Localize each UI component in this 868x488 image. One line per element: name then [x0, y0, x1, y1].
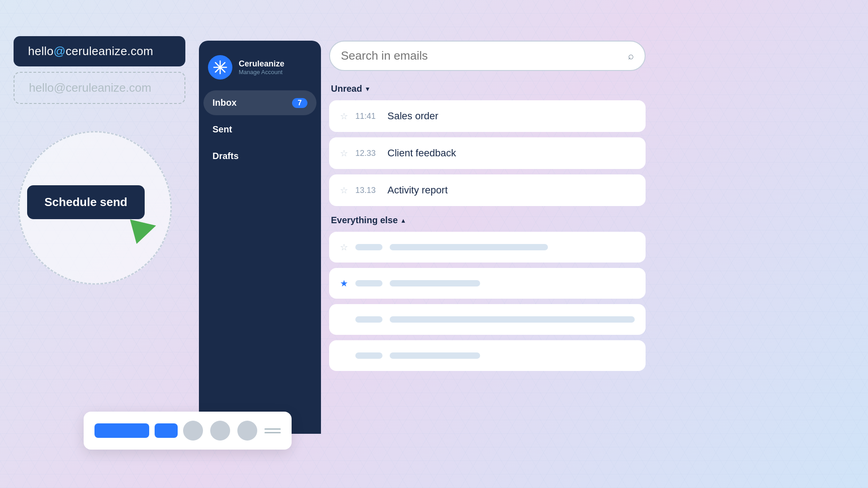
email-pill-active[interactable]: hello@ceruleanize.com: [14, 36, 185, 66]
skeleton-row-4[interactable]: ☆: [329, 340, 646, 371]
skeleton-star-4[interactable]: ☆: [340, 350, 348, 361]
email-time-1: 11:41: [355, 112, 380, 121]
schedule-send-label: Schedule send: [44, 195, 127, 209]
skeleton-bar-time-4: [355, 352, 382, 359]
search-input[interactable]: [341, 49, 623, 63]
circle-area: Schedule send: [14, 131, 185, 303]
compose-circle-1: [183, 421, 203, 441]
unread-label: Unread: [331, 84, 362, 94]
sidebar-item-drafts[interactable]: Drafts: [203, 144, 316, 169]
everything-else-section: Everything else ▴ ☆ ★ ☆: [329, 215, 646, 371]
at-symbol: @: [53, 44, 66, 58]
sidebar-header: Ceruleanize Manage Account: [199, 41, 321, 90]
compose-circle-3: [237, 421, 257, 441]
email-client-sidebar: Ceruleanize Manage Account Inbox 7 Sent …: [199, 41, 321, 434]
skeleton-star-1[interactable]: ☆: [340, 242, 348, 253]
email-list-panel: ⌕ Unread ▾ ☆ 11:41 Sales order ☆ 12.33 C…: [329, 41, 646, 434]
unread-section-header[interactable]: Unread ▾: [329, 84, 646, 94]
skeleton-bar-subject-2: [390, 280, 480, 286]
skeleton-bar-time-3: [355, 316, 382, 323]
everything-else-header[interactable]: Everything else ▴: [329, 215, 646, 225]
compose-area: [84, 412, 292, 450]
everything-else-label: Everything else: [331, 215, 398, 225]
schedule-send-button[interactable]: Schedule send: [27, 185, 145, 219]
email-row-activity-report[interactable]: ☆ 13.13 Activity report: [329, 174, 646, 206]
skeleton-star-3[interactable]: ☆: [340, 314, 348, 325]
inbox-badge: 7: [292, 98, 307, 108]
ceruleanize-logo: [208, 55, 232, 80]
search-icon: ⌕: [628, 50, 634, 62]
skeleton-row-3[interactable]: ☆: [329, 304, 646, 335]
skeleton-bar-subject-1: [390, 244, 548, 250]
star-icon-2[interactable]: ☆: [340, 148, 348, 159]
account-sub: Manage Account: [239, 69, 284, 75]
logo-icon: [213, 60, 227, 75]
email-row-sales-order[interactable]: ☆ 11:41 Sales order: [329, 100, 646, 132]
email-subject-3: Activity report: [387, 184, 448, 196]
sidebar-item-inbox[interactable]: Inbox 7: [203, 90, 316, 115]
skeleton-bar-time-1: [355, 244, 382, 250]
everything-else-chevron: ▴: [401, 216, 405, 225]
star-icon-3[interactable]: ☆: [340, 185, 348, 196]
nav-items: Inbox 7 Sent Drafts: [199, 90, 321, 169]
inbox-label: Inbox: [212, 98, 236, 108]
star-icon-1[interactable]: ☆: [340, 111, 348, 122]
email-ghost-text: hello@ceruleanize.com: [29, 81, 151, 94]
account-info: Ceruleanize Manage Account: [239, 59, 284, 75]
email-time-2: 12.33: [355, 149, 380, 158]
compose-circle-2: [210, 421, 230, 441]
left-section: hello@ceruleanize.com hello@ceruleanize.…: [14, 36, 203, 303]
sidebar-item-sent[interactable]: Sent: [203, 117, 316, 142]
search-bar[interactable]: ⌕: [329, 41, 646, 71]
skeleton-row-2[interactable]: ★: [329, 268, 646, 299]
drafts-label: Drafts: [212, 151, 239, 161]
skeleton-row-1[interactable]: ☆: [329, 232, 646, 263]
svg-point-4: [219, 66, 222, 69]
compose-btn-blue-2[interactable]: [155, 423, 178, 438]
sent-label: Sent: [212, 124, 232, 135]
unread-chevron: ▾: [366, 84, 369, 93]
skeleton-bar-time-2: [355, 280, 382, 286]
skeleton-bar-subject-4: [390, 352, 480, 359]
account-name: Ceruleanize: [239, 59, 284, 69]
email-subject-1: Sales order: [387, 110, 439, 122]
skeleton-star-2[interactable]: ★: [340, 278, 348, 289]
compose-btn-blue[interactable]: [94, 423, 149, 438]
skeleton-bar-subject-3: [390, 316, 635, 323]
email-subject-2: Client feedback: [387, 147, 456, 159]
email-row-client-feedback[interactable]: ☆ 12.33 Client feedback: [329, 137, 646, 169]
compose-lines: [264, 428, 281, 433]
email-active-text: hello@ceruleanize.com: [28, 44, 153, 58]
email-pill-ghost: hello@ceruleanize.com: [14, 72, 185, 104]
email-time-3: 13.13: [355, 186, 380, 195]
